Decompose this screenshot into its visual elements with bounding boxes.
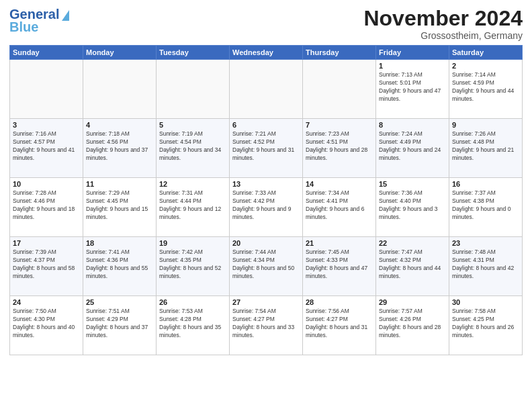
day-info: Sunrise: 7:53 AM Sunset: 4:28 PM Dayligh… — [159, 308, 226, 340]
calendar-cell: 4Sunrise: 7:18 AM Sunset: 4:56 PM Daylig… — [83, 119, 157, 178]
day-info: Sunrise: 7:42 AM Sunset: 4:35 PM Dayligh… — [159, 248, 226, 281]
calendar-cell: 25Sunrise: 7:51 AM Sunset: 4:29 PM Dayli… — [83, 296, 157, 355]
day-number: 17 — [13, 239, 80, 247]
logo-blue-text: Blue — [9, 19, 38, 35]
day-number: 25 — [86, 298, 153, 306]
day-info: Sunrise: 7:23 AM Sunset: 4:51 PM Dayligh… — [306, 130, 373, 163]
day-info: Sunrise: 7:24 AM Sunset: 4:49 PM Dayligh… — [379, 130, 446, 163]
calendar-cell: 24Sunrise: 7:50 AM Sunset: 4:30 PM Dayli… — [10, 296, 83, 355]
calendar-header-row: SundayMondayTuesdayWednesdayThursdayFrid… — [10, 46, 523, 60]
calendar-cell — [83, 60, 157, 119]
day-info: Sunrise: 7:54 AM Sunset: 4:27 PM Dayligh… — [232, 308, 300, 340]
calendar-cell: 8Sunrise: 7:24 AM Sunset: 4:49 PM Daylig… — [376, 119, 449, 178]
day-number: 5 — [159, 121, 226, 129]
calendar-cell: 13Sunrise: 7:33 AM Sunset: 4:42 PM Dayli… — [230, 178, 303, 237]
calendar-cell: 10Sunrise: 7:28 AM Sunset: 4:46 PM Dayli… — [10, 178, 83, 237]
title-block: November 2024 Grossostheim, Germany — [363, 7, 523, 41]
month-title: November 2024 — [363, 7, 523, 30]
day-number: 7 — [306, 121, 373, 129]
day-info: Sunrise: 7:56 AM Sunset: 4:27 PM Dayligh… — [306, 308, 373, 340]
day-info: Sunrise: 7:44 AM Sunset: 4:34 PM Dayligh… — [232, 248, 300, 281]
day-info: Sunrise: 7:45 AM Sunset: 4:33 PM Dayligh… — [306, 248, 373, 281]
day-info: Sunrise: 7:21 AM Sunset: 4:52 PM Dayligh… — [232, 130, 300, 163]
calendar-cell: 1Sunrise: 7:13 AM Sunset: 5:01 PM Daylig… — [376, 60, 449, 119]
day-number: 1 — [379, 62, 446, 70]
day-number: 10 — [13, 180, 80, 188]
calendar-cell: 30Sunrise: 7:58 AM Sunset: 4:25 PM Dayli… — [449, 296, 523, 355]
day-number: 22 — [379, 239, 446, 247]
calendar-cell: 15Sunrise: 7:36 AM Sunset: 4:40 PM Dayli… — [376, 178, 449, 237]
logo: General Blue — [9, 7, 69, 35]
location: Grossostheim, Germany — [363, 30, 523, 41]
day-info: Sunrise: 7:29 AM Sunset: 4:45 PM Dayligh… — [86, 189, 153, 222]
day-info: Sunrise: 7:18 AM Sunset: 4:56 PM Dayligh… — [86, 130, 153, 163]
day-number: 30 — [452, 298, 519, 306]
day-info: Sunrise: 7:14 AM Sunset: 4:59 PM Dayligh… — [452, 71, 519, 103]
calendar-cell: 28Sunrise: 7:56 AM Sunset: 4:27 PM Dayli… — [303, 296, 376, 355]
calendar-cell: 11Sunrise: 7:29 AM Sunset: 4:45 PM Dayli… — [83, 178, 157, 237]
day-number: 8 — [379, 121, 446, 129]
col-header-friday: Friday — [376, 46, 449, 60]
calendar-cell: 27Sunrise: 7:54 AM Sunset: 4:27 PM Dayli… — [230, 296, 303, 355]
calendar-cell: 12Sunrise: 7:31 AM Sunset: 4:44 PM Dayli… — [157, 178, 230, 237]
day-number: 6 — [232, 121, 300, 129]
calendar-cell: 2Sunrise: 7:14 AM Sunset: 4:59 PM Daylig… — [449, 60, 523, 119]
calendar-cell: 21Sunrise: 7:45 AM Sunset: 4:33 PM Dayli… — [303, 237, 376, 296]
day-number: 2 — [452, 62, 519, 70]
day-info: Sunrise: 7:28 AM Sunset: 4:46 PM Dayligh… — [13, 189, 80, 222]
logo-triangle-icon — [62, 10, 69, 21]
calendar-cell: 7Sunrise: 7:23 AM Sunset: 4:51 PM Daylig… — [303, 119, 376, 178]
calendar-cell: 14Sunrise: 7:34 AM Sunset: 4:41 PM Dayli… — [303, 178, 376, 237]
day-number: 21 — [306, 239, 373, 247]
day-number: 28 — [306, 298, 373, 306]
calendar-cell: 5Sunrise: 7:19 AM Sunset: 4:54 PM Daylig… — [157, 119, 230, 178]
day-info: Sunrise: 7:47 AM Sunset: 4:32 PM Dayligh… — [379, 248, 446, 281]
day-info: Sunrise: 7:16 AM Sunset: 4:57 PM Dayligh… — [13, 130, 80, 163]
week-row-3: 10Sunrise: 7:28 AM Sunset: 4:46 PM Dayli… — [10, 178, 523, 237]
day-number: 26 — [159, 298, 226, 306]
calendar-cell — [230, 60, 303, 119]
day-number: 9 — [452, 121, 519, 129]
day-info: Sunrise: 7:33 AM Sunset: 4:42 PM Dayligh… — [232, 189, 300, 222]
day-info: Sunrise: 7:26 AM Sunset: 4:48 PM Dayligh… — [452, 130, 519, 163]
calendar-cell: 20Sunrise: 7:44 AM Sunset: 4:34 PM Dayli… — [230, 237, 303, 296]
col-header-thursday: Thursday — [303, 46, 376, 60]
calendar-cell — [303, 60, 376, 119]
day-info: Sunrise: 7:34 AM Sunset: 4:41 PM Dayligh… — [306, 189, 373, 222]
col-header-wednesday: Wednesday — [230, 46, 303, 60]
day-info: Sunrise: 7:50 AM Sunset: 4:30 PM Dayligh… — [13, 308, 80, 340]
calendar-cell: 3Sunrise: 7:16 AM Sunset: 4:57 PM Daylig… — [10, 119, 83, 178]
day-info: Sunrise: 7:57 AM Sunset: 4:26 PM Dayligh… — [379, 308, 446, 340]
day-number: 13 — [232, 180, 300, 188]
day-number: 12 — [159, 180, 226, 188]
calendar-table: SundayMondayTuesdayWednesdayThursdayFrid… — [9, 45, 523, 355]
calendar-cell: 22Sunrise: 7:47 AM Sunset: 4:32 PM Dayli… — [376, 237, 449, 296]
calendar-cell — [157, 60, 230, 119]
week-row-5: 24Sunrise: 7:50 AM Sunset: 4:30 PM Dayli… — [10, 296, 523, 355]
calendar-cell: 26Sunrise: 7:53 AM Sunset: 4:28 PM Dayli… — [157, 296, 230, 355]
page: General Blue November 2024 Grossostheim,… — [0, 0, 532, 411]
day-number: 29 — [379, 298, 446, 306]
col-header-saturday: Saturday — [449, 46, 523, 60]
day-info: Sunrise: 7:36 AM Sunset: 4:40 PM Dayligh… — [379, 189, 446, 222]
col-header-monday: Monday — [83, 46, 157, 60]
day-info: Sunrise: 7:41 AM Sunset: 4:36 PM Dayligh… — [86, 248, 153, 281]
col-header-sunday: Sunday — [10, 46, 83, 60]
day-number: 23 — [452, 239, 519, 247]
calendar-cell: 9Sunrise: 7:26 AM Sunset: 4:48 PM Daylig… — [449, 119, 523, 178]
day-number: 11 — [86, 180, 153, 188]
calendar-cell — [10, 60, 83, 119]
week-row-2: 3Sunrise: 7:16 AM Sunset: 4:57 PM Daylig… — [10, 119, 523, 178]
day-info: Sunrise: 7:48 AM Sunset: 4:31 PM Dayligh… — [452, 248, 519, 281]
calendar-cell: 17Sunrise: 7:39 AM Sunset: 4:37 PM Dayli… — [10, 237, 83, 296]
day-number: 18 — [86, 239, 153, 247]
calendar-cell: 19Sunrise: 7:42 AM Sunset: 4:35 PM Dayli… — [157, 237, 230, 296]
day-info: Sunrise: 7:37 AM Sunset: 4:38 PM Dayligh… — [452, 189, 519, 222]
day-number: 14 — [306, 180, 373, 188]
calendar-cell: 6Sunrise: 7:21 AM Sunset: 4:52 PM Daylig… — [230, 119, 303, 178]
day-number: 20 — [232, 239, 300, 247]
week-row-1: 1Sunrise: 7:13 AM Sunset: 5:01 PM Daylig… — [10, 60, 523, 119]
day-info: Sunrise: 7:19 AM Sunset: 4:54 PM Dayligh… — [159, 130, 226, 163]
day-info: Sunrise: 7:31 AM Sunset: 4:44 PM Dayligh… — [159, 189, 226, 222]
day-info: Sunrise: 7:39 AM Sunset: 4:37 PM Dayligh… — [13, 248, 80, 281]
